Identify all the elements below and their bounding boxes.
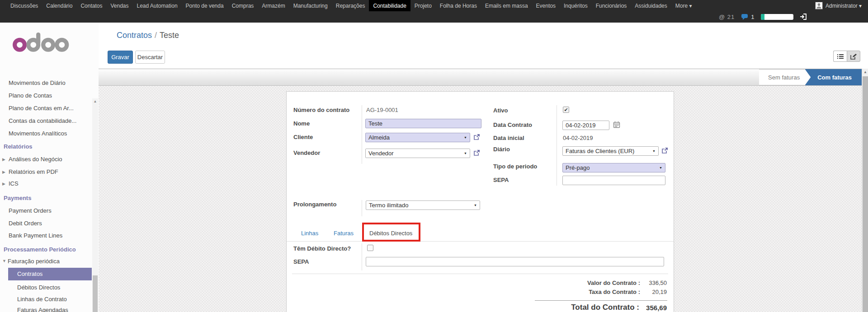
- user-menu[interactable]: Administrator ▾: [815, 2, 862, 9]
- select-caret-icon: ▼: [652, 149, 656, 153]
- statusbar-steps: Sem faturas Com faturas: [759, 69, 862, 85]
- menu-reparacoes[interactable]: Reparações: [332, 0, 369, 11]
- discard-button[interactable]: Descartar: [135, 51, 165, 64]
- status-com-faturas-active[interactable]: Com faturas: [805, 69, 862, 85]
- journal-external-link-icon[interactable]: [661, 147, 669, 154]
- user-name-label: Administrator ▾: [826, 3, 862, 9]
- menu-compras[interactable]: Compras: [228, 0, 258, 11]
- vendor-label: Vendedor: [293, 149, 320, 156]
- active-checkbox-checked[interactable]: ✔: [563, 107, 569, 113]
- menu-armazem[interactable]: Armazém: [258, 0, 289, 11]
- timer-progress-fill: [761, 14, 764, 20]
- scroll-up-icon[interactable]: ▲: [862, 70, 868, 74]
- period-type-label: Tipo de periodo: [493, 163, 537, 170]
- sidebar-section-relatorios: Relatórios: [0, 142, 33, 151]
- totals-top-divider: [292, 274, 668, 274]
- menu-contabilidade-active[interactable]: Contabilidade: [369, 0, 410, 11]
- menu-projeto[interactable]: Projeto: [410, 0, 436, 11]
- menu-eventos[interactable]: Eventos: [532, 0, 560, 11]
- timer-progress-bar: [761, 14, 793, 20]
- sidebar-item-plano-de-contas[interactable]: Plano de Contas: [0, 91, 52, 100]
- menu-vendas[interactable]: Vendas: [106, 0, 132, 11]
- status-sem-faturas[interactable]: Sem faturas: [759, 69, 811, 85]
- sidebar-item-debitos-directos[interactable]: Débitos Directos: [0, 283, 60, 292]
- extension-select[interactable]: Termo ilimitado▼: [366, 200, 480, 210]
- sidebar-section-payments: Payments: [0, 194, 31, 203]
- has-debit-checkbox-unchecked[interactable]: [367, 245, 373, 251]
- menu-inqueritos[interactable]: Inquéritos: [560, 0, 592, 11]
- select-caret-icon: ▼: [464, 136, 467, 139]
- vendor-external-link-icon[interactable]: [473, 149, 481, 157]
- logout-icon[interactable]: [800, 13, 807, 20]
- sepa-tab-input[interactable]: [366, 257, 664, 266]
- sidebar-item-analises-do-negocio[interactable]: ▶Análises do Negócio: [0, 155, 62, 164]
- menu-folha-de-horas[interactable]: Folha de Horas: [436, 0, 481, 11]
- sidebar-item-plano-de-contas-em-ar[interactable]: Plano de Contas em Ar...: [0, 104, 74, 113]
- client-select[interactable]: Almeida▼: [365, 133, 470, 142]
- sidebar-item-bank-payment-lines[interactable]: Bank Payment Lines: [0, 231, 62, 240]
- period-type-select[interactable]: Pré-pago▼: [562, 163, 665, 172]
- left-group-separator: [362, 105, 362, 164]
- sidebar-item-contratos-selected[interactable]: Contratos: [8, 268, 92, 280]
- select-caret-icon: ▼: [464, 152, 467, 155]
- view-switcher: [833, 51, 860, 62]
- contract-number-value: AG-19-0001: [366, 107, 398, 113]
- chat-bubble-icon: [741, 13, 749, 20]
- sidebar-item-contas-da-contabilidade[interactable]: Contas da contabilidade...: [0, 116, 76, 126]
- sidebar-item-relatorios-em-pdf[interactable]: ▶Relatórios em PDF: [0, 168, 58, 177]
- scroll-up-icon[interactable]: ▲: [92, 99, 98, 103]
- menu-calendario[interactable]: Calendário: [42, 0, 76, 11]
- mentions-counter[interactable]: @ 21: [719, 14, 735, 20]
- annotation-highlight-box: [362, 223, 420, 242]
- sidebar-item-ics[interactable]: ▶ICS: [0, 179, 19, 188]
- name-input[interactable]: [365, 119, 481, 128]
- chat-counter[interactable]: 1: [741, 13, 754, 20]
- tab-linhas[interactable]: Linhas: [301, 230, 318, 237]
- calendar-icon[interactable]: [613, 121, 621, 129]
- sidebar-item-faturas-agendadas[interactable]: Faturas Agendadas: [0, 306, 68, 312]
- chevron-right-icon: ▶: [2, 168, 5, 177]
- right-group-separator: [557, 105, 557, 186]
- tab-underline: [287, 241, 674, 242]
- sidebar-item-movimentos-analiticos[interactable]: Movimentos Analíticos: [0, 129, 67, 138]
- menu-ponto-de-venda[interactable]: Ponto de venda: [182, 0, 228, 11]
- page-scrollbar[interactable]: ▲: [862, 69, 868, 312]
- breadcrumb-contratos-link[interactable]: Contratos: [117, 31, 152, 40]
- journal-select[interactable]: Faturas de Clientes (EUR)▼: [562, 146, 659, 156]
- sidebar-item-debit-orders[interactable]: Debit Orders: [0, 219, 42, 228]
- list-view-button[interactable]: [833, 51, 847, 62]
- extension-label: Prolongamento: [293, 201, 336, 208]
- menu-more-dropdown[interactable]: More ▾: [671, 0, 696, 11]
- sidebar-scrollbar[interactable]: ▲: [92, 98, 98, 312]
- sepa-tab-label: SEPA: [293, 258, 309, 265]
- list-icon: [837, 54, 844, 59]
- save-button[interactable]: Gravar: [108, 51, 133, 64]
- chevron-down-icon: ▼: [2, 256, 6, 265]
- menu-lead-automation[interactable]: Lead Automation: [132, 0, 181, 11]
- vendor-select[interactable]: Vendedor▼: [365, 149, 470, 158]
- sepa-input[interactable]: [562, 176, 665, 185]
- form-view-button[interactable]: [847, 51, 860, 62]
- sidebar-item-payment-orders[interactable]: Payment Orders: [0, 206, 52, 215]
- sidebar-item-faturacao-periodica[interactable]: ▼Faturação periódica: [0, 257, 60, 266]
- left-sidebar: Movimentos de Diário Plano de Contas Pla…: [0, 23, 99, 312]
- tab-faturas[interactable]: Faturas: [334, 230, 354, 237]
- contract-date-label: Data Contrato: [493, 121, 532, 128]
- sidebar-item-movimentos-de-diario[interactable]: Movimentos de Diário: [0, 79, 66, 88]
- menu-contatos[interactable]: Contatos: [76, 0, 106, 11]
- menu-emails-em-massa[interactable]: Emails em massa: [481, 0, 532, 11]
- user-avatar: [815, 2, 823, 9]
- menu-funcionarios[interactable]: Funcionários: [592, 0, 631, 11]
- sidebar-item-linhas-de-contrato[interactable]: Linhas de Contrato: [0, 295, 67, 304]
- main-menu-row: Discussões Calendário Contatos Vendas Le…: [0, 0, 868, 11]
- menu-manufacturing[interactable]: Manufacturing: [289, 0, 332, 11]
- menu-assiduidades[interactable]: Assiduidades: [631, 0, 671, 11]
- contract-value-amount: 336,50: [603, 279, 667, 286]
- tab-group-separator: [362, 243, 362, 270]
- client-external-link-icon[interactable]: [473, 133, 481, 141]
- page-scrollbar-thumb[interactable]: [863, 76, 868, 312]
- contract-date-input[interactable]: [562, 121, 609, 130]
- sidebar-scrollbar-thumb[interactable]: [93, 275, 98, 312]
- menu-discussoes[interactable]: Discussões: [6, 0, 42, 11]
- breadcrumb-separator: /: [152, 31, 160, 40]
